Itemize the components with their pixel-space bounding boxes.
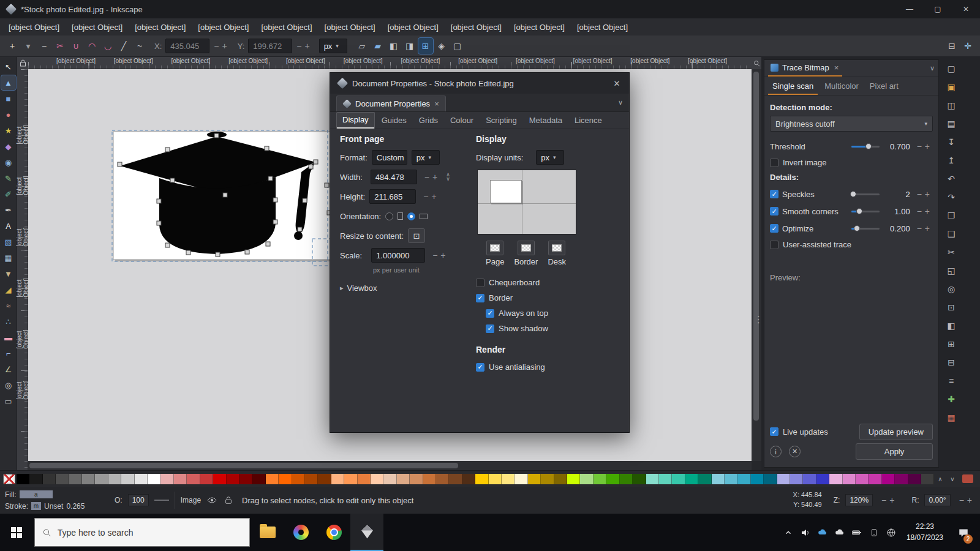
palette-swatch[interactable]	[174, 474, 187, 484]
tray-expand-icon[interactable]	[780, 520, 796, 545]
redo-icon[interactable]: ↷	[943, 189, 959, 204]
palette-swatch[interactable]	[567, 474, 580, 484]
palette-swatch[interactable]	[751, 474, 764, 484]
checkbox-icon[interactable]	[770, 224, 778, 233]
detail-spinner[interactable]	[914, 206, 933, 216]
delete-node-icon[interactable]: −	[37, 38, 51, 54]
palette-swatch[interactable]	[869, 474, 881, 484]
color-picker-button[interactable]	[518, 241, 535, 255]
group-icon[interactable]: ⊞	[943, 336, 959, 351]
palette-swatch[interactable]	[646, 474, 659, 484]
join-segment-icon[interactable]: ◠	[85, 38, 99, 54]
spray-tool[interactable]: ∴	[1, 314, 16, 329]
snap-controls-icon[interactable]: ✛	[960, 38, 975, 54]
document-properties-tab[interactable]: Document Properties ×	[336, 96, 446, 111]
menu-item[interactable]: [object Object]	[66, 20, 129, 34]
vertical-scrollbar[interactable]	[752, 69, 761, 461]
scale-spinner[interactable]	[429, 250, 448, 260]
user-assisted-trace-checkbox[interactable]: User-assisted trace	[770, 237, 933, 252]
palette-swatch[interactable]	[292, 474, 305, 484]
dialog-tab-metadata[interactable]: Metadata	[524, 113, 568, 128]
always-on-top-checkbox[interactable]: Always on top	[486, 305, 622, 321]
palette-swatch[interactable]	[475, 474, 488, 484]
use-antialiasing-checkbox[interactable]: Use antialiasing	[476, 359, 622, 375]
horizontal-ruler[interactable]: [object Object][object Object][object Ob…	[28, 57, 752, 69]
box3d-tool[interactable]: ◆	[1, 139, 16, 154]
x-coordinate-input[interactable]: 435.045	[165, 39, 209, 53]
rectangle-tool[interactable]: ■	[1, 91, 16, 106]
taskbar-clock[interactable]: 22:23 18/07/2023	[900, 522, 949, 543]
palette-swatch[interactable]	[594, 474, 606, 484]
y-spinner[interactable]	[293, 41, 312, 51]
chequerboard-checkbox[interactable]: Chequerboard	[476, 275, 622, 290]
fill-swatch[interactable]: a	[20, 490, 53, 498]
zoom-drawing-icon[interactable]: ◎	[943, 281, 959, 296]
arrange-icon[interactable]: ⊟	[944, 38, 959, 54]
detail-slider[interactable]	[851, 193, 880, 195]
info-icon[interactable]: i	[770, 446, 782, 457]
make-curve-icon[interactable]: ~	[132, 38, 147, 54]
palette-swatch[interactable]	[135, 474, 148, 484]
threshold-spinner[interactable]	[914, 141, 933, 151]
palette-swatch[interactable]	[580, 474, 593, 484]
eraser-tool[interactable]: ▬	[1, 330, 16, 345]
undo-icon[interactable]: ↶	[943, 171, 959, 186]
palette-swatch[interactable]	[108, 474, 121, 484]
palette-swatch[interactable]	[620, 474, 633, 484]
checkbox-icon[interactable]	[476, 279, 484, 287]
palette-swatch[interactable]	[528, 474, 541, 484]
palette-swatch[interactable]	[358, 474, 371, 484]
search-input[interactable]	[58, 528, 242, 538]
dialog-close-button[interactable]: ✕	[605, 73, 629, 94]
palette-swatch[interactable]	[200, 474, 213, 484]
menu-item[interactable]: [object Object]	[318, 20, 382, 34]
palette-swatch[interactable]	[423, 474, 436, 484]
palette-scroll-down-icon[interactable]: ∨	[946, 473, 959, 484]
y-coordinate-input[interactable]: 199.672	[248, 39, 292, 53]
zoom-selection-icon[interactable]: ◱	[943, 263, 959, 278]
show-mask-icon[interactable]: ◨	[402, 38, 417, 54]
fill-stroke-icon[interactable]: ◧	[943, 318, 959, 333]
width-input[interactable]: 484.478	[371, 170, 417, 184]
threshold-value[interactable]: 0.700	[883, 142, 910, 151]
palette-swatch[interactable]	[698, 474, 711, 484]
palette-swatch[interactable]	[685, 474, 698, 484]
trace-panel-tab[interactable]: Trace Bitmap ×	[768, 61, 842, 77]
show-clip-icon[interactable]: ◧	[386, 38, 401, 54]
vertical-scrollbar-thumb[interactable]	[753, 72, 759, 421]
palette-swatch[interactable]	[633, 474, 646, 484]
detail-slider[interactable]	[851, 211, 880, 212]
close-button[interactable]: ✕	[952, 0, 980, 18]
layer-lock-icon[interactable]	[223, 495, 234, 506]
format-input[interactable]: Custom	[372, 150, 407, 165]
horizontal-scrollbar-thumb[interactable]	[29, 463, 458, 468]
palette-swatch[interactable]	[56, 474, 69, 484]
ruler-corner[interactable]	[17, 57, 28, 69]
pen-tool[interactable]: ✐	[1, 187, 16, 201]
node-tool[interactable]: ▲	[1, 75, 16, 90]
palette-swatch[interactable]	[148, 474, 160, 484]
format-unit-dropdown[interactable]: px ▾	[412, 150, 440, 165]
palette-swatch[interactable]	[659, 474, 672, 484]
checkbox-icon[interactable]	[770, 241, 778, 249]
palette-swatch[interactable]	[514, 474, 527, 484]
star-tool[interactable]: ★	[1, 123, 16, 138]
palette-swatch[interactable]	[541, 474, 554, 484]
width-spinner[interactable]	[421, 172, 440, 182]
link-dimensions-icon[interactable]: ∧∨	[446, 173, 450, 181]
invert-image-checkbox[interactable]: Invert image	[770, 155, 933, 170]
viewbox-expander[interactable]: ▸ Viewbox	[340, 283, 472, 293]
extensions-icon[interactable]: ✚	[943, 391, 959, 407]
copy-icon[interactable]: ❐	[943, 208, 959, 223]
palette-swatch[interactable]	[252, 474, 265, 484]
portrait-radio[interactable]	[385, 212, 393, 220]
palette-swatch[interactable]	[95, 474, 108, 484]
palette-swatch[interactable]	[712, 474, 725, 484]
palette-swatch[interactable]	[554, 474, 567, 484]
layers-icon[interactable]: ≡	[943, 373, 959, 388]
resize-to-content-button[interactable]: ⊡	[408, 228, 425, 243]
palette-swatch[interactable]	[790, 474, 803, 484]
border-checkbox[interactable]: Border	[476, 290, 622, 305]
action-center-button[interactable]: 2	[951, 527, 976, 538]
show-shadow-checkbox[interactable]: Show shadow	[486, 321, 622, 336]
